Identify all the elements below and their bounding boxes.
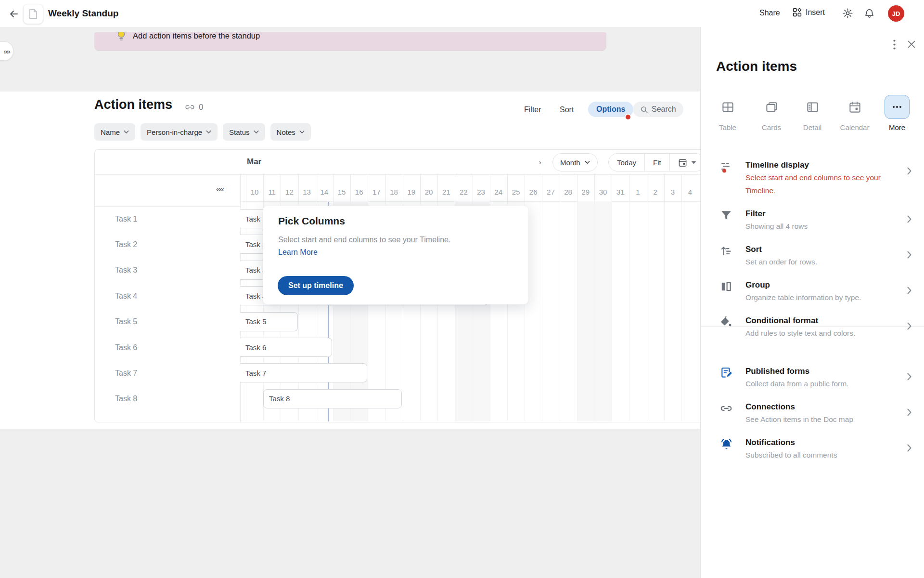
date-label: 29: [577, 188, 594, 196]
notifications-icon: [720, 438, 733, 451]
filter-button[interactable]: Filter: [524, 105, 541, 114]
sidebar-close-icon[interactable]: [906, 39, 917, 50]
view-switcher-cards[interactable]: Cards: [750, 95, 793, 131]
sort-button[interactable]: Sort: [560, 105, 574, 114]
date-label: 1: [629, 188, 646, 196]
linked-references[interactable]: 0: [185, 102, 203, 112]
view-label: Cards: [762, 123, 781, 131]
date-grid-line: [681, 201, 682, 421]
chip-label: Name: [101, 128, 120, 136]
task-row-label: Task 6: [115, 335, 137, 360]
date-label: 18: [385, 188, 403, 196]
popover-body: Select start and end columns to see your…: [278, 236, 450, 244]
sidebar-item-subtitle: Select start and end columns to see your…: [745, 171, 885, 197]
learn-more-link[interactable]: Learn More: [278, 248, 318, 257]
sidebar-item-title: Timeline display: [745, 159, 885, 171]
collapse-panel-button[interactable]: ««: [216, 184, 223, 194]
table-title: Action items: [94, 97, 172, 112]
search-button[interactable]: Search: [633, 102, 683, 117]
date-label: 3: [664, 188, 681, 196]
sidebar-item-texts: SortSet an order for rows.: [745, 244, 885, 268]
view-switcher-detail[interactable]: Detail: [791, 95, 834, 131]
sidebar-menu-icon[interactable]: [889, 39, 899, 50]
sidebar-item-texts: Conditional formatAdd rules to style tex…: [745, 315, 885, 340]
view-switcher-table[interactable]: Table: [706, 95, 749, 131]
date-label: 17: [368, 188, 385, 196]
doc-title: Weekly Standup: [48, 8, 118, 19]
set-up-timeline-button[interactable]: Set up timeline: [278, 276, 354, 295]
date-label: 31: [612, 188, 629, 196]
gantt-bar[interactable]: Task 5: [240, 312, 298, 331]
column-chips-row: NamePerson-in-chargeStatusNotes: [94, 123, 311, 141]
view-label: Calendar: [840, 123, 870, 131]
column-chip-status[interactable]: Status: [223, 123, 265, 141]
date-label: 2: [647, 188, 664, 196]
sidebar-item-texts: GroupOrganize table information by type.: [745, 279, 885, 304]
sidebar-item-texts: Published formsCollect data from a publi…: [745, 366, 885, 390]
date-label: 4: [681, 188, 699, 196]
conditional-format-icon: [720, 316, 733, 329]
timeline-zoom-select[interactable]: Month: [552, 153, 598, 171]
expand-sidebar-button[interactable]: »»: [0, 41, 13, 61]
callout-banner[interactable]: Add action items before the standup: [94, 32, 606, 51]
notifications-bell-icon[interactable]: [864, 8, 875, 19]
sidebar-item-subtitle: Set an order for rows.: [745, 255, 885, 268]
chip-label: Person-in-charge: [147, 128, 202, 136]
timeline-quick-nav: Today Fit: [608, 153, 705, 171]
doc-icon[interactable]: [23, 4, 43, 24]
gantt-bar-label: Task 7: [245, 369, 266, 377]
date-label: 27: [542, 188, 559, 196]
chevron-right-icon: [907, 167, 911, 175]
insert-button[interactable]: Insert: [792, 7, 825, 17]
sidebar-item-title: Connections: [745, 401, 885, 413]
cards-view-icon: [759, 95, 784, 119]
sidebar-title: Action items: [716, 59, 797, 74]
table-section: Action items 0 Filter Sort Options Searc…: [0, 92, 700, 429]
settings-gear-icon[interactable]: [842, 8, 854, 19]
gantt-bar[interactable]: Task 6: [240, 338, 332, 357]
task-row-label: Task 5: [115, 309, 137, 335]
date-label: 20: [420, 188, 437, 196]
chip-label: Status: [229, 128, 250, 136]
gantt-bar[interactable]: Task 7: [240, 363, 367, 382]
top-bar: Weekly Standup Share Insert JD: [0, 0, 924, 27]
column-chip-name[interactable]: Name: [94, 123, 135, 141]
fit-button[interactable]: Fit: [645, 154, 669, 171]
lightbulb-icon: [116, 32, 126, 42]
user-avatar[interactable]: JD: [888, 5, 904, 22]
column-chip-person-in-charge[interactable]: Person-in-charge: [141, 123, 218, 141]
chevron-down-icon: [124, 130, 129, 134]
sidebar-item-subtitle: Subscribed to all comments: [745, 448, 885, 461]
main-area: Add action items before the standup »» A…: [0, 27, 700, 578]
pick-columns-popover: Pick Columns Select start and end column…: [263, 206, 528, 304]
view-switcher-more[interactable]: More: [875, 95, 919, 131]
sidebar-item-subtitle: Showing all 4 rows: [745, 220, 885, 233]
date-label: 25: [507, 188, 525, 196]
sidebar-item-subtitle: Organize table information by type.: [745, 291, 885, 304]
chevron-right-icon: [907, 287, 911, 294]
sidebar-item-texts: NotificationsSubscribed to all comments: [745, 437, 885, 461]
calendar-view-icon: [842, 95, 867, 119]
search-label: Search: [652, 105, 676, 114]
gantt-bar[interactable]: Task 8: [263, 389, 402, 408]
date-label: 30: [594, 188, 612, 196]
sidebar-item-subtitle: Collect data from a public form.: [745, 377, 885, 390]
back-button[interactable]: [8, 8, 20, 20]
today-button[interactable]: Today: [609, 154, 644, 171]
group-icon: [720, 280, 733, 294]
insert-icon: [792, 7, 802, 17]
timeline-next-button[interactable]: ›: [535, 157, 545, 167]
options-alert-dot: [625, 114, 631, 120]
calendar-picker-button[interactable]: [670, 154, 705, 171]
link-count: 0: [199, 103, 203, 112]
insert-label: Insert: [806, 8, 825, 17]
view-switcher-calendar[interactable]: Calendar: [833, 95, 876, 131]
chevron-right-icon: [907, 373, 911, 381]
date-grid-line: [560, 201, 560, 421]
task-row-label: Task 2: [115, 232, 137, 257]
search-icon: [640, 105, 648, 114]
gantt-bar-label: Task 5: [245, 317, 266, 326]
share-button[interactable]: Share: [759, 9, 780, 17]
column-chip-notes[interactable]: Notes: [270, 123, 311, 141]
sidebar-item-title: Conditional format: [745, 315, 885, 327]
